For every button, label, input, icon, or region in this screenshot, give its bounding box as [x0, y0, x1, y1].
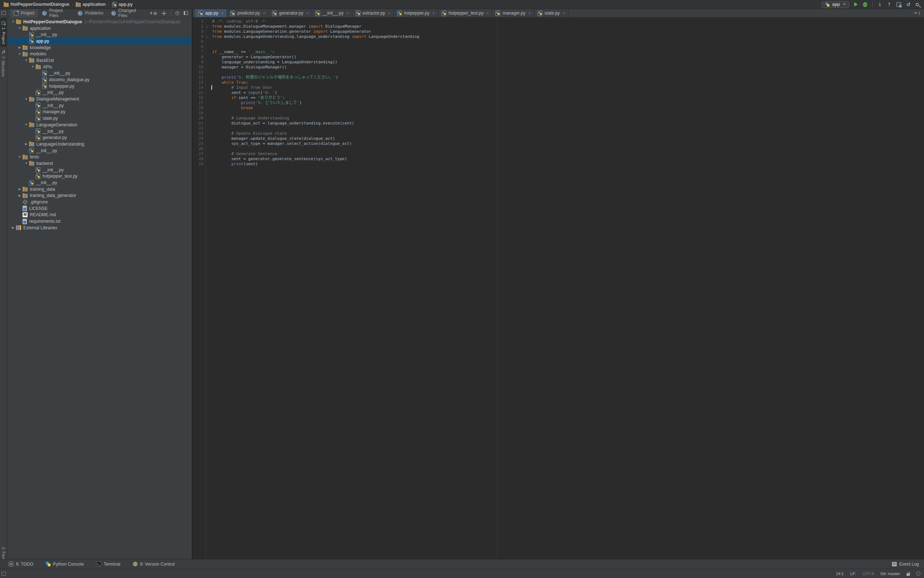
close-tab-icon[interactable]: × — [388, 11, 390, 15]
tree-item[interactable]: ▼DialogueManagement — [7, 96, 192, 102]
tree-item[interactable]: hotpepper_test.py — [7, 173, 192, 180]
debug-button[interactable] — [863, 2, 867, 7]
vcs-commit-button[interactable]: ↑ — [887, 2, 892, 7]
tree-item[interactable]: __init__.py — [7, 70, 192, 77]
editor-body[interactable]: 12⊖34⊖5678910111213141516171819202122232… — [193, 18, 924, 559]
tree-item[interactable]: ▶External Libraries — [7, 224, 192, 231]
close-tab-icon[interactable]: × — [306, 11, 309, 15]
close-tab-icon[interactable]: × — [563, 11, 565, 15]
stripe-mode-icon[interactable] — [2, 11, 6, 15]
tree-item[interactable]: app.py — [7, 38, 192, 44]
run-button[interactable] — [854, 2, 858, 6]
tabs-scroll-right-icon[interactable] — [150, 11, 152, 15]
chevron-expanded-icon[interactable]: ▼ — [17, 52, 23, 56]
status-item[interactable]: UTF-8 — [863, 572, 874, 576]
chevron-expanded-icon[interactable]: ▼ — [10, 20, 16, 23]
tree-item[interactable]: README.md — [7, 212, 192, 218]
rollback-button[interactable]: ↺ — [906, 2, 911, 7]
tree-item[interactable]: ▼BackEnd — [7, 57, 192, 64]
tree-item[interactable]: docomo_dialogue.py — [7, 76, 192, 83]
editor-tab-hotpepper-py[interactable]: hotpepper.py× — [394, 9, 439, 17]
chevron-expanded-icon[interactable]: ▼ — [23, 58, 29, 62]
lock-icon[interactable] — [906, 573, 910, 576]
tree-item[interactable]: ▼modules — [7, 50, 192, 57]
tree-item[interactable]: hotpepper.py — [7, 83, 192, 89]
tree-item[interactable]: LICENSE — [7, 205, 192, 212]
chevron-expanded-icon[interactable]: ▼ — [17, 156, 23, 159]
breadcrumb-item[interactable]: app.py — [112, 2, 133, 7]
chevron-collapsed-icon[interactable]: ▶ — [17, 46, 23, 49]
tree-item[interactable]: requirements.txt — [7, 218, 192, 224]
stripe-button-structure[interactable]: 7: Structure — [0, 47, 6, 80]
status-item[interactable]: Git: master — [880, 572, 900, 576]
stripe-button-project[interactable]: 1: Project — [0, 18, 6, 47]
tree-item[interactable]: __init__.py — [7, 89, 192, 96]
chevron-expanded-icon[interactable]: ▼ — [30, 65, 36, 68]
panel-tab-project[interactable]: Project — [10, 9, 38, 18]
editor-tab-__init__-py[interactable]: __init__.py× — [312, 9, 352, 17]
recent-changes-button[interactable] — [896, 2, 901, 7]
tree-item[interactable]: generator.py — [7, 134, 192, 141]
editor-tab-predictor-py[interactable]: predictor.py× — [227, 9, 269, 17]
settings-gear-button[interactable] — [175, 11, 180, 15]
panel-tab-project-files[interactable]: Project Files — [39, 9, 73, 18]
editor-tab-generator-py[interactable]: generator.py× — [269, 9, 312, 17]
tool-window-button-9-version-control[interactable]: 9: Version Control — [133, 562, 175, 567]
status-item[interactable]: LF: — [850, 572, 856, 576]
chevron-collapsed-icon[interactable]: ▶ — [23, 142, 29, 146]
chevron-expanded-icon[interactable]: ▼ — [17, 27, 23, 30]
close-tab-icon[interactable]: × — [263, 11, 265, 15]
tool-window-button-6-todo[interactable]: 6: TODO — [9, 562, 34, 567]
panel-tab-changed-files[interactable]: Changed Files — [108, 9, 146, 18]
chevron-expanded-icon[interactable]: ▼ — [23, 123, 29, 126]
tool-window-button-terminal[interactable]: Terminal — [96, 562, 120, 567]
collapse-all-button[interactable]: ⊗ — [153, 11, 157, 16]
tree-item[interactable]: __init__.py — [7, 31, 192, 38]
status-item[interactable]: 14:1 — [836, 572, 844, 576]
tree-item[interactable]: __init__.py — [7, 179, 192, 186]
editor-tab-manager-py[interactable]: manager.py× — [492, 9, 534, 17]
tree-item[interactable]: ▶training_data — [7, 186, 192, 193]
vcs-update-button[interactable]: ↓ — [878, 2, 882, 7]
panel-tab-problems[interactable]: Problems — [74, 9, 107, 18]
chevron-collapsed-icon[interactable]: ▶ — [17, 194, 23, 197]
toggle-stripes-icon[interactable] — [2, 572, 6, 575]
chevron-expanded-icon[interactable]: ▼ — [23, 162, 29, 165]
hidden-tabs-indicator[interactable]: 1 — [913, 9, 924, 17]
tree-item[interactable]: .gitignore — [7, 199, 192, 205]
tree-item[interactable]: __init__.py — [7, 128, 192, 135]
run-configuration-select[interactable]: app — [822, 1, 849, 8]
hide-panel-button[interactable] — [184, 11, 188, 15]
tree-item[interactable]: ▼backend — [7, 160, 192, 167]
editor-tab-extractor-py[interactable]: extractor.py× — [353, 9, 394, 17]
editor-tab-app-py[interactable]: app.py× — [195, 9, 227, 17]
tree-item[interactable]: ▶LanguageUnderstanding — [7, 141, 192, 148]
tree-item[interactable]: ▶training_data_generator — [7, 193, 192, 199]
chevron-collapsed-icon[interactable]: ▶ — [17, 187, 23, 191]
tree-item[interactable]: ▼tests — [7, 154, 192, 160]
close-tab-icon[interactable]: × — [486, 11, 489, 15]
close-tab-icon[interactable]: × — [432, 11, 434, 15]
tree-item[interactable]: manager.py — [7, 109, 192, 115]
chevron-expanded-icon[interactable]: ▼ — [23, 97, 29, 101]
editor-tab-hotpepper_test-py[interactable]: hotpepper_test.py× — [439, 9, 492, 17]
close-tab-icon[interactable]: × — [346, 11, 348, 15]
locate-file-button[interactable] — [162, 11, 166, 16]
tree-item[interactable]: ▼LanguageGeneration — [7, 122, 192, 128]
tree-item[interactable]: __init__.py — [7, 102, 192, 109]
tree-item[interactable]: ▼HotPepperGourmetDialogue(~/PycharmProje… — [7, 19, 192, 25]
tool-window-button-event-log[interactable]: Event Log — [892, 562, 919, 567]
tree-item[interactable]: ▼APIs — [7, 64, 192, 70]
code-area[interactable]: # -*- coding: utf-8 -*-from modules.Dial… — [206, 18, 924, 559]
close-tab-icon[interactable]: × — [528, 11, 531, 15]
tree-item[interactable]: state.py — [7, 115, 192, 122]
tree-item[interactable]: ▶knowledge — [7, 44, 192, 51]
tool-window-button-python-console[interactable]: Python Console — [46, 562, 84, 567]
editor-tab-state-py[interactable]: state.py× — [534, 9, 569, 17]
highlighting-level-icon[interactable] — [916, 572, 920, 575]
tree-item[interactable]: ▼application — [7, 25, 192, 32]
breadcrumb-item[interactable]: application — [76, 2, 105, 7]
search-everywhere-button[interactable] — [916, 3, 919, 6]
breadcrumb-item[interactable]: HotPepperGourmetDialogue — [4, 2, 69, 7]
tree-item[interactable]: __init__.py — [7, 167, 192, 173]
